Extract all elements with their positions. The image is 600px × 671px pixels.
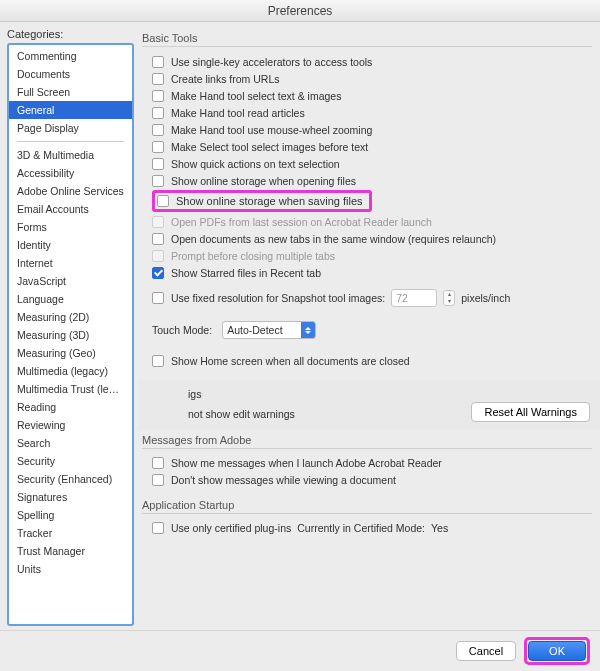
- opt-single-key: Use single-key accelerators to access to…: [171, 56, 372, 68]
- category-item-search[interactable]: Search: [9, 434, 132, 452]
- touch-mode-value: Auto-Detect: [227, 324, 282, 336]
- opt-show-starred: Show Starred files in Recent tab: [171, 267, 321, 279]
- checkbox-create-links[interactable]: [152, 73, 164, 85]
- checkbox-online-open[interactable]: [152, 175, 164, 187]
- opt-online-open: Show online storage when opening files: [171, 175, 356, 187]
- checkbox-prompt-before-close: [152, 250, 164, 262]
- touch-mode-label: Touch Mode:: [152, 324, 212, 336]
- ok-button[interactable]: OK: [528, 641, 586, 661]
- checkbox-select-images-before[interactable]: [152, 141, 164, 153]
- category-item-full-screen[interactable]: Full Screen: [9, 83, 132, 101]
- category-item-reading[interactable]: Reading: [9, 398, 132, 416]
- dropdown-arrow-icon: [301, 322, 315, 338]
- category-item-spelling[interactable]: Spelling: [9, 506, 132, 524]
- checkbox-show-starred[interactable]: [152, 267, 164, 279]
- checkbox-open-last-session: [152, 216, 164, 228]
- checkbox-quick-actions[interactable]: [152, 158, 164, 170]
- category-item-3d-multimedia[interactable]: 3D & Multimedia: [9, 146, 132, 164]
- opt-show-home: Show Home screen when all documents are …: [171, 355, 410, 367]
- category-item-internet[interactable]: Internet: [9, 254, 132, 272]
- opt-create-links: Create links from URLs: [171, 73, 280, 85]
- opt-online-save: Show online storage when saving files: [176, 195, 363, 207]
- warnings-section: igs not show edit warnings Reset All War…: [138, 380, 600, 430]
- highlight-ok: OK: [524, 637, 590, 665]
- checkbox-messages-launch[interactable]: [152, 457, 164, 469]
- opt-prompt-before-close: Prompt before closing multiple tabs: [171, 250, 335, 262]
- warnings-line1: igs: [188, 388, 590, 400]
- category-item-adobe-online-services[interactable]: Adobe Online Services: [9, 182, 132, 200]
- category-item-trust-manager[interactable]: Trust Manager: [9, 542, 132, 560]
- category-item-reviewing[interactable]: Reviewing: [9, 416, 132, 434]
- opt-open-last-session: Open PDFs from last session on Acrobat R…: [171, 216, 432, 228]
- checkbox-online-save[interactable]: [157, 195, 169, 207]
- checkbox-show-home[interactable]: [152, 355, 164, 367]
- checkbox-certified-plugins[interactable]: [152, 522, 164, 534]
- highlight-online-save: Show online storage when saving files: [152, 190, 372, 212]
- opt-certified-plugins: Use only certified plug-ins: [171, 522, 291, 534]
- opt-quick-actions: Show quick actions on text selection: [171, 158, 340, 170]
- certified-mode-label: Currently in Certified Mode:: [297, 522, 425, 534]
- checkbox-open-as-tabs[interactable]: [152, 233, 164, 245]
- category-item-general[interactable]: General: [9, 101, 132, 119]
- opt-hand-read-articles: Make Hand tool read articles: [171, 107, 305, 119]
- opt-messages-launch: Show me messages when I launch Adobe Acr…: [171, 457, 442, 469]
- category-item-signatures[interactable]: Signatures: [9, 488, 132, 506]
- categories-list[interactable]: CommentingDocumentsFull ScreenGeneralPag…: [7, 43, 134, 626]
- category-item-units[interactable]: Units: [9, 560, 132, 578]
- category-item-multimedia-legacy-[interactable]: Multimedia (legacy): [9, 362, 132, 380]
- checkbox-snapshot-fixed-res[interactable]: [152, 292, 164, 304]
- category-item-tracker[interactable]: Tracker: [9, 524, 132, 542]
- certified-mode-value: Yes: [431, 522, 448, 534]
- cancel-button[interactable]: Cancel: [456, 641, 516, 661]
- category-item-measuring-2d-[interactable]: Measuring (2D): [9, 308, 132, 326]
- opt-hand-mouse-wheel: Make Hand tool use mouse-wheel zooming: [171, 124, 372, 136]
- touch-mode-select[interactable]: Auto-Detect: [222, 321, 315, 339]
- category-item-page-display[interactable]: Page Display: [9, 119, 132, 137]
- window-title: Preferences: [0, 0, 600, 22]
- category-item-email-accounts[interactable]: Email Accounts: [9, 200, 132, 218]
- messages-title: Messages from Adobe: [142, 434, 592, 446]
- category-item-measuring-geo-[interactable]: Measuring (Geo): [9, 344, 132, 362]
- snapshot-resolution-input[interactable]: [391, 289, 437, 307]
- snapshot-unit: pixels/inch: [461, 292, 510, 304]
- categories-label: Categories:: [7, 28, 134, 40]
- snapshot-label: Use fixed resolution for Snapshot tool i…: [171, 292, 385, 304]
- basic-tools-title: Basic Tools: [142, 32, 592, 44]
- category-item-documents[interactable]: Documents: [9, 65, 132, 83]
- category-item-measuring-3d-[interactable]: Measuring (3D): [9, 326, 132, 344]
- opt-select-images-before: Make Select tool select images before te…: [171, 141, 368, 153]
- checkbox-messages-viewing[interactable]: [152, 474, 164, 486]
- opt-messages-viewing: Don't show messages while viewing a docu…: [171, 474, 396, 486]
- checkbox-hand-select-text[interactable]: [152, 90, 164, 102]
- startup-title: Application Startup: [142, 499, 592, 511]
- opt-hand-select-text: Make Hand tool select text & images: [171, 90, 341, 102]
- category-item-security-enhanced-[interactable]: Security (Enhanced): [9, 470, 132, 488]
- category-item-identity[interactable]: Identity: [9, 236, 132, 254]
- category-item-commenting[interactable]: Commenting: [9, 47, 132, 65]
- category-item-accessibility[interactable]: Accessibility: [9, 164, 132, 182]
- snapshot-stepper[interactable]: ▴▾: [443, 290, 455, 306]
- checkbox-hand-read-articles[interactable]: [152, 107, 164, 119]
- checkbox-hand-mouse-wheel[interactable]: [152, 124, 164, 136]
- category-item-javascript[interactable]: JavaScript: [9, 272, 132, 290]
- opt-open-as-tabs: Open documents as new tabs in the same w…: [171, 233, 496, 245]
- reset-all-warnings-button[interactable]: Reset All Warnings: [471, 402, 590, 422]
- category-item-security[interactable]: Security: [9, 452, 132, 470]
- category-item-language[interactable]: Language: [9, 290, 132, 308]
- categories-divider: [17, 141, 124, 142]
- category-item-forms[interactable]: Forms: [9, 218, 132, 236]
- category-item-multimedia-trust-legacy-[interactable]: Multimedia Trust (legacy): [9, 380, 132, 398]
- checkbox-single-key[interactable]: [152, 56, 164, 68]
